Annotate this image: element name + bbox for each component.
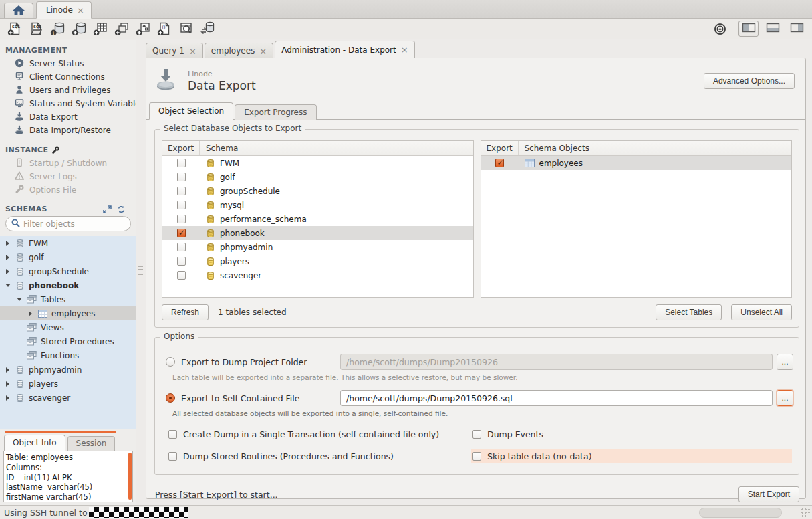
chevron-down-icon[interactable] — [15, 298, 23, 301]
tab-object-info[interactable]: Object Info — [4, 435, 65, 451]
object-info-scrollbar[interactable] — [128, 453, 132, 500]
close-icon[interactable] — [259, 47, 267, 56]
toggle-bottom-panel-button[interactable] — [763, 21, 783, 37]
self-contained-file-radio[interactable] — [166, 393, 175, 403]
sidebar-item-data-export[interactable]: Data Export — [0, 110, 136, 124]
tree-item-golf[interactable]: golf — [0, 250, 136, 264]
export-checkbox[interactable] — [177, 271, 186, 280]
export-checkbox[interactable] — [177, 201, 186, 209]
create-function-button[interactable]: () — [155, 20, 175, 37]
export-checkbox[interactable] — [495, 159, 504, 167]
resize-grip-icon[interactable] — [801, 508, 811, 518]
toggle-right-sidebar-button[interactable] — [787, 21, 807, 37]
chevron-right-icon[interactable] — [4, 255, 11, 260]
create-schema-button[interactable] — [70, 20, 90, 37]
export-checkbox[interactable] — [177, 229, 186, 237]
sidebar-item-server-status[interactable]: Server Status — [0, 57, 136, 70]
tree-item-players[interactable]: players — [0, 377, 136, 391]
tab-query-1[interactable]: Query 1 — [146, 43, 203, 58]
sidebar-item-status-and-system-variables[interactable]: Status and System Variables — [0, 97, 136, 110]
self-contained-browse-button[interactable]: ... — [777, 390, 793, 406]
sidebar-item-startup-shutdown[interactable]: Startup / Shutdown — [0, 157, 136, 170]
export-checkbox[interactable] — [177, 173, 186, 181]
table-row[interactable]: phonebook — [162, 226, 473, 240]
tree-item-fwm[interactable]: FWM — [0, 236, 136, 250]
tree-item-phpmyadmin[interactable]: phpmyadmin — [0, 362, 136, 377]
table-row[interactable]: scavenger — [162, 268, 473, 282]
create-procedure-button[interactable] — [134, 20, 154, 37]
export-checkbox[interactable] — [177, 257, 186, 266]
filter-objects-input[interactable] — [23, 219, 125, 229]
tree-item-groupschedule[interactable]: groupSchedule — [0, 264, 136, 278]
start-export-button[interactable]: Start Export — [738, 486, 799, 502]
tree-item-phonebook[interactable]: phonebook — [0, 278, 136, 292]
select-tables-button[interactable]: Select Tables — [656, 304, 722, 320]
horizontal-scrollbar-thumb[interactable] — [699, 508, 782, 518]
new-sql-tab-button[interactable]: SQL — [5, 20, 25, 37]
expand-schemas-icon[interactable] — [103, 205, 112, 213]
table-row[interactable]: groupSchedule — [162, 184, 473, 198]
search-data-button[interactable] — [176, 20, 196, 37]
toggle-left-sidebar-button[interactable] — [738, 21, 759, 37]
checkbox-dump-events[interactable]: Dump Events — [471, 427, 792, 441]
reconnect-dbms-button[interactable] — [198, 20, 218, 37]
export-checkbox[interactable] — [177, 159, 186, 167]
create-table-button[interactable] — [91, 20, 111, 37]
tree-item-views[interactable]: Views — [0, 320, 136, 334]
checkbox-dump-stored-routines-procedures-and-functions[interactable]: Dump Stored Routines (Procedures and Fun… — [167, 449, 471, 463]
export-checkbox[interactable] — [177, 215, 186, 223]
checkbox[interactable] — [472, 430, 481, 439]
chevron-right-icon[interactable] — [4, 381, 11, 387]
dump-folder-path-input[interactable] — [340, 354, 773, 370]
close-icon[interactable] — [77, 6, 84, 15]
table-row[interactable]: FWM — [162, 156, 473, 170]
home-tab[interactable] — [4, 3, 33, 18]
tree-item-scavenger[interactable]: scavenger — [0, 391, 136, 405]
refresh-button[interactable]: Refresh — [162, 304, 209, 320]
table-row[interactable]: mysql — [162, 198, 473, 212]
chevron-right-icon[interactable] — [4, 241, 11, 246]
tree-item-tables[interactable]: Tables — [0, 292, 136, 306]
dump-folder-browse-button[interactable]: ... — [777, 354, 793, 370]
checkbox[interactable] — [472, 452, 481, 461]
checkbox[interactable] — [168, 430, 177, 439]
chevron-right-icon[interactable] — [4, 395, 11, 401]
unselect-all-button[interactable]: Unselect All — [731, 304, 792, 320]
chevron-right-icon[interactable] — [4, 269, 11, 274]
tree-item-functions[interactable]: Functions — [0, 348, 136, 362]
sidebar-item-users-and-privileges[interactable]: Users and Privileges — [0, 84, 136, 97]
tab-object-selection[interactable]: Object Selection — [149, 102, 233, 120]
table-row[interactable]: players — [162, 254, 473, 268]
tab-administration-data-export[interactable]: Administration - Data Export — [275, 41, 414, 59]
tree-item-stored-procedures[interactable]: Stored Procedures — [0, 334, 136, 348]
tab-employees[interactable]: employees — [205, 43, 273, 58]
close-icon[interactable] — [401, 45, 408, 54]
export-checkbox[interactable] — [177, 187, 186, 195]
tab-session[interactable]: Session — [67, 436, 116, 451]
sidebar-item-data-import-restore[interactable]: Data Import/Restore — [0, 124, 136, 137]
advanced-options-button[interactable]: Advanced Options... — [704, 73, 795, 89]
table-row[interactable]: phpmyadmin — [162, 240, 473, 254]
dump-project-folder-radio[interactable] — [166, 357, 175, 367]
sidebar-item-client-connections[interactable]: Client Connections — [0, 70, 136, 84]
export-checkbox[interactable] — [177, 243, 186, 251]
sidebar-splitter[interactable] — [136, 40, 146, 505]
self-contained-path-input[interactable] — [340, 390, 773, 406]
table-row[interactable]: golf — [162, 170, 473, 184]
sidebar-item-options-file[interactable]: Options File — [0, 183, 136, 197]
tab-export-progress[interactable]: Export Progress — [235, 104, 316, 120]
chevron-right-icon[interactable] — [4, 367, 11, 373]
chevron-down-icon[interactable] — [4, 284, 11, 287]
status-circle-icon[interactable] — [714, 23, 726, 35]
close-icon[interactable] — [189, 47, 196, 56]
create-view-button[interactable] — [112, 20, 132, 37]
refresh-schemas-icon[interactable] — [117, 205, 126, 213]
checkbox[interactable] — [168, 452, 177, 461]
sidebar-item-server-logs[interactable]: Server Logs — [0, 170, 136, 183]
table-row[interactable]: employees — [481, 156, 792, 170]
chevron-right-icon[interactable] — [27, 311, 34, 316]
tree-item-employees[interactable]: employees — [0, 306, 136, 320]
checkbox-skip-table-data-no-data[interactable]: Skip table data (no-data) — [471, 449, 792, 463]
new-connection-button[interactable]: i — [48, 20, 68, 37]
table-row[interactable]: performance_schema — [162, 212, 473, 226]
